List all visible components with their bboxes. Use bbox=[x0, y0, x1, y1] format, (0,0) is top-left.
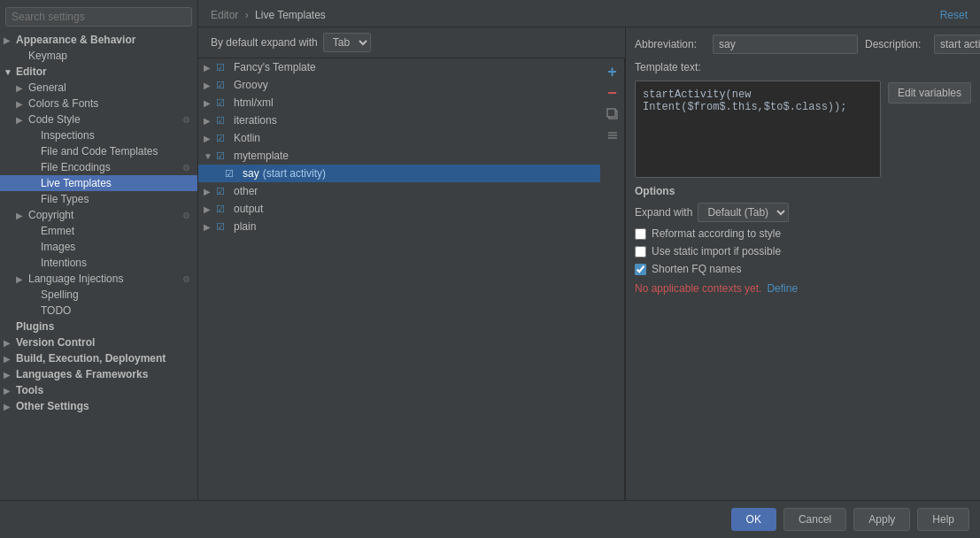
sidebar-item-intentions[interactable]: Intentions bbox=[0, 255, 197, 271]
checkbox-icon: ☑ bbox=[216, 97, 230, 109]
sidebar-item-images[interactable]: Images bbox=[0, 239, 197, 255]
add-template-button[interactable]: + bbox=[603, 62, 622, 81]
template-text-area[interactable]: startActivity(new Intent($from$.this,$to… bbox=[635, 81, 881, 178]
expand-with-select[interactable]: Default (Tab) Tab Enter Space bbox=[698, 203, 789, 222]
abbreviation-input[interactable] bbox=[713, 35, 858, 54]
ok-button[interactable]: OK bbox=[731, 508, 776, 531]
breadcrumb-parent: Editor bbox=[211, 9, 238, 21]
sidebar-item-label: Images bbox=[41, 241, 190, 253]
sidebar-item-spelling[interactable]: Spelling bbox=[0, 287, 197, 303]
sidebar-item-tools[interactable]: ▶ Tools bbox=[0, 382, 197, 398]
move-template-button[interactable] bbox=[603, 126, 622, 145]
template-group-row[interactable]: ▼ ☑ mytemplate bbox=[198, 147, 600, 165]
template-item-row[interactable]: ☑ say (start activity) bbox=[198, 165, 600, 182]
main-header: Editor › Live Templates Reset bbox=[198, 0, 980, 27]
sidebar-item-keymap[interactable]: Keymap bbox=[0, 48, 197, 64]
template-group-name: Groovy bbox=[234, 79, 268, 91]
arrow-icon: ▶ bbox=[4, 402, 16, 411]
template-group-row[interactable]: ▶ ☑ html/xml bbox=[198, 94, 600, 111]
sidebar-item-label: Copyright bbox=[28, 209, 178, 221]
edit-variables-button[interactable]: Edit variables bbox=[888, 82, 971, 104]
reformat-checkbox[interactable] bbox=[635, 228, 646, 240]
chevron-down-icon: ▼ bbox=[204, 151, 216, 161]
template-group-name: output bbox=[234, 203, 263, 215]
sidebar-item-label: Appearance & Behavior bbox=[16, 34, 190, 46]
sidebar-item-editor[interactable]: ▼ Editor bbox=[0, 64, 197, 80]
sidebar-item-label: Build, Execution, Deployment bbox=[16, 352, 190, 365]
apply-button[interactable]: Apply bbox=[853, 508, 910, 531]
template-group-row[interactable]: ▶ ☑ output bbox=[198, 200, 600, 218]
sidebar-item-appearance[interactable]: ▶ Appearance & Behavior bbox=[0, 32, 197, 48]
sidebar-item-general[interactable]: ▶ General bbox=[0, 80, 197, 96]
template-text-label: Template text: bbox=[635, 61, 701, 73]
search-input[interactable] bbox=[5, 7, 192, 27]
list-buttons: + − bbox=[600, 58, 625, 500]
checkbox-icon: ☑ bbox=[216, 62, 230, 73]
expand-select[interactable]: Tab bbox=[323, 33, 371, 52]
settings-dialog: ▶ Appearance & Behavior Keymap ▼ Editor … bbox=[0, 0, 980, 538]
sidebar-item-copyright[interactable]: ▶ Copyright ⚙ bbox=[0, 207, 197, 223]
options-label: Options bbox=[635, 185, 971, 197]
template-item-desc: (start activity) bbox=[263, 167, 326, 180]
arrow-icon: ▶ bbox=[16, 274, 28, 284]
sidebar-item-file-types[interactable]: File Types bbox=[0, 191, 197, 207]
shorten-fq-checkbox[interactable] bbox=[635, 264, 646, 275]
template-text-label-row: Template text: bbox=[635, 61, 971, 73]
reset-button[interactable]: Reset bbox=[940, 9, 968, 21]
sidebar-item-language-injections[interactable]: ▶ Language Injections ⚙ bbox=[0, 271, 197, 287]
sidebar-item-label: Version Control bbox=[16, 336, 190, 349]
sidebar-item-plugins[interactable]: Plugins bbox=[0, 319, 197, 334]
sidebar-item-code-style[interactable]: ▶ Code Style ⚙ bbox=[0, 111, 197, 127]
define-link[interactable]: Define bbox=[767, 282, 798, 295]
expand-label: By default expand with bbox=[211, 36, 318, 49]
sidebar-item-file-encodings[interactable]: File Encodings ⚙ bbox=[0, 159, 197, 175]
sidebar-item-languages-frameworks[interactable]: ▶ Languages & Frameworks bbox=[0, 366, 197, 382]
sidebar-item-inspections[interactable]: Inspections bbox=[0, 127, 197, 143]
sidebar-item-build-execution[interactable]: ▶ Build, Execution, Deployment bbox=[0, 350, 197, 366]
sidebar-item-colors-fonts[interactable]: ▶ Colors & Fonts bbox=[0, 96, 197, 111]
chevron-right-icon: ▶ bbox=[204, 187, 216, 196]
dialog-footer: OK Cancel Apply Help bbox=[0, 500, 980, 538]
reformat-label[interactable]: Reformat according to style bbox=[652, 227, 781, 240]
help-button[interactable]: Help bbox=[917, 508, 969, 531]
detail-side-buttons: Edit variables bbox=[888, 81, 971, 104]
arrow-icon: ▶ bbox=[16, 115, 28, 125]
sidebar-item-emmet[interactable]: Emmet bbox=[0, 223, 197, 239]
template-group-row[interactable]: ▶ ☑ iterations bbox=[198, 111, 600, 129]
breadcrumb: Editor › Live Templates bbox=[211, 9, 326, 21]
sidebar-item-label: TODO bbox=[41, 304, 190, 317]
settings-icon: ⚙ bbox=[178, 115, 190, 125]
template-group-row[interactable]: ▶ ☑ Groovy bbox=[198, 76, 600, 94]
arrow-icon: ▶ bbox=[16, 99, 28, 109]
arrow-icon: ▶ bbox=[4, 338, 16, 348]
reformat-checkbox-row: Reformat according to style bbox=[635, 227, 971, 240]
sidebar-item-label: File Types bbox=[41, 193, 190, 205]
sidebar-item-todo[interactable]: TODO bbox=[0, 303, 197, 319]
remove-template-button[interactable]: − bbox=[603, 83, 622, 103]
template-group-row[interactable]: ▶ ☑ Fancy's Template bbox=[198, 58, 600, 76]
static-import-checkbox[interactable] bbox=[635, 246, 646, 257]
description-input[interactable] bbox=[934, 35, 980, 54]
svg-rect-1 bbox=[607, 109, 615, 117]
settings-icon: ⚙ bbox=[178, 211, 190, 220]
sidebar-item-other-settings[interactable]: ▶ Other Settings bbox=[0, 398, 197, 414]
sidebar-item-file-code-templates[interactable]: File and Code Templates bbox=[0, 143, 197, 159]
copy-template-button[interactable] bbox=[603, 104, 622, 124]
arrow-icon: ▶ bbox=[4, 35, 16, 45]
shorten-fq-label[interactable]: Shorten FQ names bbox=[652, 263, 741, 275]
cancel-button[interactable]: Cancel bbox=[783, 508, 846, 531]
settings-icon: ⚙ bbox=[178, 163, 190, 173]
sidebar-item-label: Plugins bbox=[16, 320, 190, 333]
template-group-name: mytemplate bbox=[234, 150, 289, 162]
static-import-label[interactable]: Use static import if possible bbox=[652, 245, 781, 257]
move-icon bbox=[606, 129, 619, 142]
template-group-name: other bbox=[234, 185, 258, 197]
breadcrumb-current: Live Templates bbox=[255, 9, 326, 21]
checkbox-icon: ☑ bbox=[225, 168, 239, 180]
sidebar-item-live-templates[interactable]: Live Templates bbox=[0, 175, 197, 191]
template-group-row[interactable]: ▶ ☑ other bbox=[198, 182, 600, 200]
template-group-row[interactable]: ▶ ☑ plain bbox=[198, 218, 600, 235]
template-group-row[interactable]: ▶ ☑ Kotlin bbox=[198, 129, 600, 147]
sidebar-item-version-control[interactable]: ▶ Version Control bbox=[0, 334, 197, 350]
chevron-right-icon: ▶ bbox=[204, 204, 216, 214]
